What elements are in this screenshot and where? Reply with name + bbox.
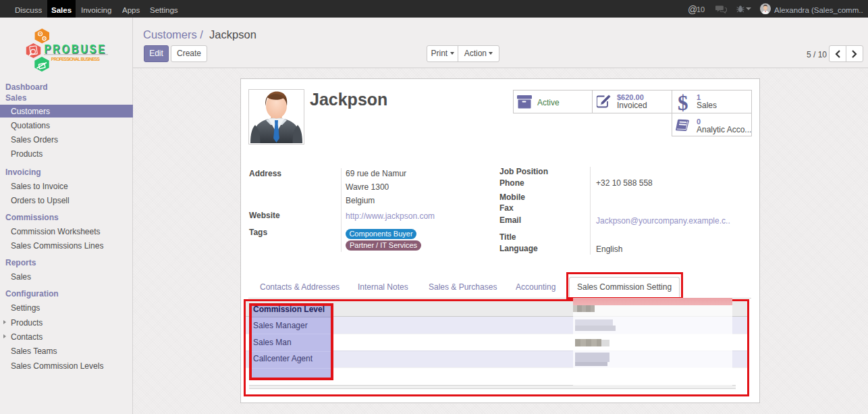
svg-text:PROBUSE: PROBUSE (44, 43, 106, 56)
svg-text:PROFESSIONAL BUSINESS: PROFESSIONAL BUSINESS (51, 57, 101, 61)
